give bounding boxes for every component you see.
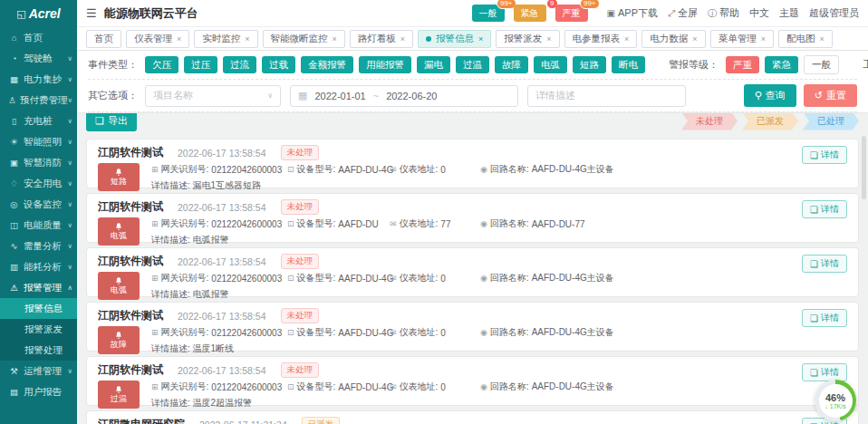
alarm-level-chip[interactable]: 一般 [804,55,839,74]
sidebar-item-fire-safety[interactable]: ▣ 智慧消防 ∨ [0,152,77,173]
sidebar-item-user-report[interactable]: ▤ 用户报告 [0,381,77,402]
close-tab-icon[interactable]: × [761,34,766,43]
gateway-label: 网关识别号: [161,272,209,284]
status-flow-tag[interactable]: 未处理 [681,112,738,130]
scrollbar-thumb[interactable] [862,136,866,199]
tab-bar: 首页 仪表管理 × 实时监控 × 智能微断监控 × [77,27,868,51]
tab[interactable]: 菜单管理 × [710,30,774,48]
close-tab-icon[interactable]: × [177,34,181,43]
event-type-chip[interactable]: 短路 [573,56,606,73]
header-link[interactable]: 主题 [779,6,799,20]
status-flow-tag[interactable]: 已处理 [803,112,859,130]
alarm-type-label: 短路 [111,177,127,186]
event-type-chip[interactable]: 用能报警 [359,56,411,73]
sidebar-item-demand-analysis[interactable]: ∿ 需量分析 ∨ [0,236,77,256]
header-link[interactable]: ⤢ 全屏 [668,6,698,20]
alarm-level-badge[interactable]: 一般 99+ [472,5,505,22]
search-button[interactable]: ⚲ 查询 [744,84,796,107]
date-range-picker[interactable]: ▦ 2022-01-01 ~ 2022-06-20 [290,85,518,107]
alarm-level-chip[interactable]: 严重 [726,56,759,73]
tab[interactable]: 配电图 × [778,30,833,48]
alarm-card: 江阴软件测试 2022-06-17 13:58:54 未处理 过温 [86,356,859,406]
sidebar-item-device-monitor[interactable]: ◎ 设备监控 ∨ [0,194,77,215]
tab-label: 电力数据 [650,33,688,45]
project-select[interactable]: 项目名称 ∨ [145,85,281,107]
event-type-chip[interactable]: 金额报警 [301,56,353,73]
sidebar-item-home[interactable]: ⌂ 首页 [0,27,77,48]
sidebar-item-label: 报警管理 [24,282,62,294]
event-type-chip[interactable]: 断电 [612,56,645,73]
sidebar-item-charging-pile[interactable]: ▯ 充电桩 ∨ [0,111,77,131]
event-type-chip[interactable]: 欠压 [145,56,178,73]
tab[interactable]: 路灯看板 × [350,30,413,48]
gauge-percent: 46% [825,392,845,403]
sidebar-item-energy-analysis[interactable]: ▥ 能耗分析 ∨ [0,256,77,277]
alarm-level-chip[interactable]: 紧急 [765,56,798,73]
tab[interactable]: 首页 [86,30,121,48]
close-tab-icon[interactable]: × [333,34,337,43]
alarm-level-badge[interactable]: 严重 99+ [555,5,588,22]
description-label: 详情描述: [151,235,190,245]
header-link[interactable]: ⓘ 帮助 [708,6,739,20]
close-tab-icon[interactable]: × [624,34,629,43]
event-type-chip[interactable]: 过流 [223,56,256,73]
detail-button[interactable]: ❏ 详情 [802,200,847,218]
gateway-value: 02122042600003 [211,165,282,175]
tab[interactable]: 智能微断监控 × [263,30,345,48]
detail-button[interactable]: ❏ 详情 [802,363,847,381]
reset-button[interactable]: ↺ 重置 [804,84,857,107]
detail-button[interactable]: ❏ 详情 [802,146,847,164]
collapse-menu-icon[interactable]: ☰ [86,6,97,20]
sidebar-item-cockpit[interactable]: ◔ 驾驶舱 ∨ [0,48,77,69]
close-tab-icon[interactable]: × [245,34,249,43]
energy-analysis-icon: ▥ [8,262,20,272]
event-type-chip[interactable]: 漏电 [417,56,450,73]
detail-button-label: 详情 [821,366,839,379]
header-link[interactable]: 超级管理员 [809,6,859,20]
close-tab-icon[interactable]: × [478,34,483,43]
detail-button[interactable]: ❏ 详情 [802,255,847,273]
meter-address-icon: ✉ [390,328,397,337]
sidebar-item-ops-management[interactable]: ⚒ 运维管理 ∨ [0,361,77,381]
close-tab-icon[interactable]: × [400,34,405,43]
header-link[interactable]: 中文 [749,6,769,20]
status-flow-tag[interactable]: 已派发 [742,112,798,130]
sidebar-item-alarm-info[interactable]: 报警信息 [0,298,77,319]
chevron-icon: ∨ [68,159,73,167]
event-type-chip[interactable]: 过压 [184,56,217,73]
alarm-level-badge[interactable]: 紧急 9 [514,5,546,22]
close-tab-icon[interactable]: × [692,34,697,43]
sidebar-item-alarm-dispatch[interactable]: 报警派发 [0,319,77,340]
header-link-label: 主题 [779,6,799,20]
event-type-chip[interactable]: 故障 [495,56,528,73]
event-type-chip[interactable]: 电弧 [534,56,567,73]
sidebar-item-prepaid[interactable]: ♙ 预付费管理 ∨ [0,90,77,111]
gateway-label: 网关识别号: [161,217,209,230]
header-link[interactable]: ▣ APP下载 [607,6,658,20]
close-tab-icon[interactable]: × [546,34,551,43]
document-icon: ❏ [810,150,818,160]
tab[interactable]: 报警信息 × [418,30,491,48]
sidebar-item-meter-reading[interactable]: ▦ 电力集抄 ∨ [0,69,77,90]
chevron-icon: ∨ [68,117,73,125]
sidebar-item-safe-power[interactable]: ♢ 安全用电 ∨ [0,173,77,194]
sidebar-item-alarm-handle[interactable]: 报警处理 [0,340,77,361]
chevron-icon: ∨ [68,179,73,188]
close-tab-icon[interactable]: × [819,34,824,43]
sidebar-item-power-quality[interactable]: ◫ 电能质量 ∨ [0,215,77,236]
event-type-chip[interactable]: 过温 [456,56,489,73]
description-input[interactable]: 详情描述 [527,85,686,107]
export-button[interactable]: ❏ 导出 [86,111,137,131]
tab[interactable]: 电参量报表 × [564,30,638,48]
event-type-chip[interactable]: 过载 [262,56,295,73]
sidebar-item-alarm-management[interactable]: ⚠ 报警管理 ∧ [0,277,77,298]
sidebar-item-label: 运维管理 [24,365,62,378]
detail-button[interactable]: ❏ 详情 [802,309,847,327]
sidebar-item-smart-lighting[interactable]: ☀ 智能照明 ∨ [0,131,77,152]
tab[interactable]: 仪表管理 × [126,30,189,48]
tab[interactable]: 实时监控 × [194,30,257,48]
tab[interactable]: 报警派发 × [496,30,559,48]
tab[interactable]: 电力数据 × [641,30,705,48]
description-label: 详情描述: [151,289,190,299]
performance-gauge[interactable]: 46% ↓ 17K/s [815,380,856,421]
